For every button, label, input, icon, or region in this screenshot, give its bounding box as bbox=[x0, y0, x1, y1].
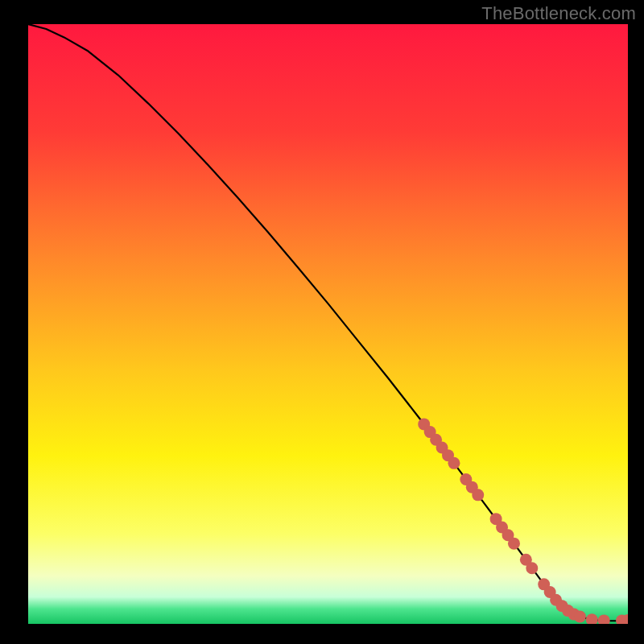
highlight-point bbox=[526, 562, 538, 574]
highlight-point bbox=[598, 614, 610, 626]
highlight-point bbox=[586, 613, 598, 625]
bottleneck-chart bbox=[0, 0, 644, 644]
gradient-background bbox=[28, 24, 628, 624]
highlight-point bbox=[574, 611, 586, 623]
highlight-point bbox=[622, 614, 634, 626]
highlight-point bbox=[448, 457, 460, 469]
highlight-point bbox=[472, 489, 484, 501]
highlight-point bbox=[508, 538, 520, 550]
chart-stage: TheBottleneck.com bbox=[0, 0, 644, 644]
attribution-label: TheBottleneck.com bbox=[481, 3, 636, 24]
